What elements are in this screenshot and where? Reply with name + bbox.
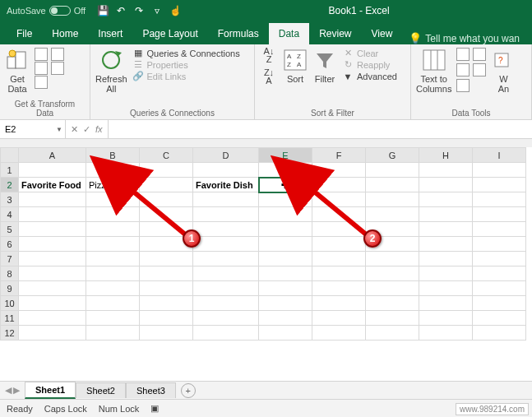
- cell[interactable]: [473, 163, 526, 178]
- from-web-icon[interactable]: [51, 48, 64, 61]
- cell[interactable]: [259, 252, 312, 266]
- existing-conn-icon[interactable]: [35, 76, 48, 89]
- get-data-button[interactable]: Get Data: [5, 48, 30, 94]
- cell[interactable]: [259, 207, 312, 222]
- cell[interactable]: [473, 326, 526, 341]
- cell[interactable]: [86, 192, 140, 207]
- col-header-I[interactable]: I: [473, 148, 526, 163]
- text-to-columns-button[interactable]: Text to Columns: [416, 48, 451, 94]
- cell[interactable]: [140, 252, 193, 266]
- recent-sources-icon[interactable]: [51, 62, 64, 75]
- col-header-C[interactable]: C: [140, 148, 193, 163]
- cell[interactable]: [140, 296, 193, 311]
- cell[interactable]: [140, 222, 193, 237]
- cell[interactable]: [366, 222, 419, 237]
- tab-review[interactable]: Review: [309, 23, 361, 44]
- cell-B2[interactable]: Pizza: [86, 178, 140, 192]
- sheet-tab-2[interactable]: Sheet2: [76, 382, 126, 398]
- sort-button[interactable]: AZZA Sort: [283, 48, 308, 84]
- from-text-icon[interactable]: [35, 48, 48, 61]
- tab-formulas[interactable]: Formulas: [208, 23, 269, 44]
- cell[interactable]: [140, 178, 193, 192]
- cell[interactable]: [259, 326, 312, 341]
- cell[interactable]: [193, 222, 259, 237]
- tell-me-search[interactable]: 💡 Tell me what you wan: [409, 32, 520, 44]
- cell[interactable]: [193, 163, 259, 178]
- cell[interactable]: [19, 296, 86, 311]
- clear-button[interactable]: ✕Clear: [342, 48, 397, 58]
- cell[interactable]: [419, 178, 473, 192]
- cell[interactable]: [259, 311, 312, 326]
- cell[interactable]: [473, 192, 526, 207]
- cell[interactable]: [366, 192, 419, 207]
- relationships-icon[interactable]: [456, 79, 470, 92]
- cell[interactable]: [419, 207, 473, 222]
- cell[interactable]: [140, 192, 193, 207]
- cell[interactable]: [419, 237, 473, 252]
- cell[interactable]: [19, 281, 86, 296]
- cell[interactable]: [140, 281, 193, 296]
- cell[interactable]: [473, 222, 526, 237]
- cell[interactable]: [366, 266, 419, 281]
- col-header-F[interactable]: F: [312, 148, 366, 163]
- cell[interactable]: [366, 207, 419, 222]
- cell[interactable]: [473, 237, 526, 252]
- enter-icon[interactable]: ✓: [83, 124, 90, 135]
- col-header-H[interactable]: H: [419, 148, 473, 163]
- what-if-button[interactable]: ? W An: [491, 48, 516, 94]
- cell[interactable]: [19, 326, 86, 341]
- cell[interactable]: [193, 192, 259, 207]
- cell[interactable]: [193, 207, 259, 222]
- cell[interactable]: [193, 326, 259, 341]
- col-header-A[interactable]: A: [19, 148, 86, 163]
- cell[interactable]: [259, 296, 312, 311]
- data-validation-icon[interactable]: [456, 63, 470, 76]
- col-header-E[interactable]: E: [259, 148, 312, 163]
- cell[interactable]: [473, 178, 526, 192]
- edit-links-button[interactable]: 🔗Edit Links: [132, 71, 240, 81]
- cell[interactable]: [140, 326, 193, 341]
- cell[interactable]: [473, 281, 526, 296]
- cell[interactable]: [86, 252, 140, 266]
- row-header-10[interactable]: 10: [1, 296, 19, 311]
- col-header-G[interactable]: G: [366, 148, 419, 163]
- cell[interactable]: [86, 326, 140, 341]
- tab-view[interactable]: View: [362, 23, 403, 44]
- cell[interactable]: [366, 252, 419, 266]
- cell[interactable]: [419, 252, 473, 266]
- cancel-icon[interactable]: ✕: [71, 124, 78, 135]
- cell[interactable]: [259, 266, 312, 281]
- tab-insert[interactable]: Insert: [88, 23, 132, 44]
- queries-connections-button[interactable]: ▦Queries & Connections: [132, 48, 240, 58]
- tab-home[interactable]: Home: [42, 23, 88, 44]
- macro-record-icon[interactable]: ▣: [150, 403, 159, 414]
- cell[interactable]: [312, 207, 366, 222]
- formula-input[interactable]: [109, 120, 532, 138]
- cell[interactable]: [193, 252, 259, 266]
- cell[interactable]: [312, 296, 366, 311]
- cell[interactable]: [19, 192, 86, 207]
- cell[interactable]: [419, 222, 473, 237]
- flash-fill-icon[interactable]: [456, 48, 470, 61]
- cell[interactable]: [419, 281, 473, 296]
- cell[interactable]: [86, 163, 140, 178]
- cell[interactable]: [419, 266, 473, 281]
- row-header-4[interactable]: 4: [1, 207, 19, 222]
- cell[interactable]: [312, 222, 366, 237]
- fx-icon[interactable]: fx: [95, 124, 103, 134]
- cell-D2[interactable]: Favorite Dish: [193, 178, 259, 192]
- cell[interactable]: [473, 311, 526, 326]
- refresh-all-button[interactable]: Refresh All: [95, 48, 127, 94]
- tab-file[interactable]: File: [7, 23, 42, 44]
- cell[interactable]: [473, 266, 526, 281]
- cell[interactable]: [312, 326, 366, 341]
- tab-data[interactable]: Data: [269, 23, 309, 44]
- spreadsheet-grid[interactable]: A B C D E F G H I 1 2 Favorite Food Pizz…: [0, 147, 532, 341]
- row-header-9[interactable]: 9: [1, 281, 19, 296]
- cell[interactable]: [19, 163, 86, 178]
- col-header-B[interactable]: B: [86, 148, 140, 163]
- cell[interactable]: [312, 266, 366, 281]
- cell[interactable]: [86, 296, 140, 311]
- cell[interactable]: [193, 237, 259, 252]
- cell[interactable]: [259, 222, 312, 237]
